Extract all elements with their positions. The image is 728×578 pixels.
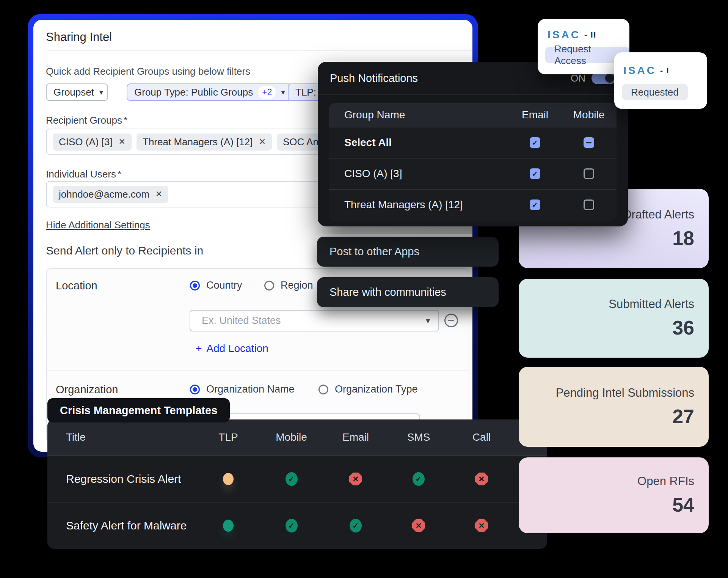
stat-card-open-rfis[interactable]: Open RFIs 54 [519, 457, 709, 533]
country-select[interactable]: Ex. United States ▾ [190, 310, 439, 331]
radio-organization-type[interactable]: Organization Type [318, 383, 418, 395]
groupset-filter[interactable]: Groupset ▾ [46, 83, 108, 101]
sms-status-icon [412, 519, 425, 532]
stat-label: Submitted Alerts [609, 297, 694, 311]
screen: Sharing Intel Quick add Recipient Groups… [0, 0, 728, 578]
stat-label: Open RFIs [637, 474, 694, 488]
group-type-filter-label: Group Type: Public Groups [134, 86, 253, 98]
radio-organization-name-label: Organization Name [206, 383, 295, 395]
tlp-dot [223, 520, 234, 532]
radio-organization-type-label: Organization Type [335, 383, 418, 395]
push-row-threat-managers[interactable]: Threat Managers (A) [12] [329, 189, 617, 220]
chevron-down-icon: ▾ [99, 88, 103, 97]
isac-logo: ISAC [623, 64, 656, 77]
col-mobile: Mobile [257, 431, 326, 443]
section-divider [47, 370, 469, 371]
push-groups-table: Group Name Email Mobile Select All CISO … [329, 103, 617, 221]
col-sms: SMS [385, 431, 452, 443]
push-notifications-panel: Push Notifications ON Group Name Email M… [318, 62, 628, 226]
mobile-checkbox[interactable] [584, 168, 594, 179]
col-email: Email [508, 109, 562, 121]
organization-label: Organization [56, 383, 118, 396]
post-to-other-apps-button[interactable]: Post to other Apps [317, 237, 499, 267]
call-status-icon [475, 519, 488, 532]
email-checkbox[interactable] [530, 199, 540, 210]
col-title: Title [47, 431, 200, 443]
mobile-checkbox[interactable] [584, 199, 594, 210]
individual-users-label: Individual Users* [46, 168, 121, 180]
hide-additional-settings-link[interactable]: Hide Additional Settings [46, 219, 150, 231]
email-status-icon [350, 519, 362, 532]
mobile-status-icon [286, 519, 298, 532]
radio-icon[interactable] [190, 385, 200, 394]
radio-icon[interactable] [318, 385, 328, 394]
location-label: Location [56, 280, 97, 292]
required-mark: * [124, 115, 127, 126]
isac-logo: ISAC [548, 29, 581, 41]
add-location-link[interactable]: + Add Location [196, 342, 268, 355]
page-title: Sharing Intel [46, 30, 112, 44]
group-type-filter[interactable]: Group Type: Public Groups +2 ▾ [127, 83, 292, 101]
table-row[interactable]: Safety Alert for Malware [47, 502, 547, 548]
recipient-groups-label: Recipient Groups* [46, 115, 127, 126]
send-alert-heading: Send Alert only to Recipients in [46, 244, 203, 257]
radio-country[interactable]: Country [190, 280, 242, 291]
stat-value: 27 [672, 405, 694, 428]
stat-label: Pending Intel Submissions [556, 386, 694, 400]
template-title: Safety Alert for Malware [47, 519, 200, 532]
sms-status-icon [413, 472, 425, 486]
crisis-templates-title: Crisis Management Templates [47, 398, 230, 423]
template-title: Regression Crisis Alert [47, 473, 200, 485]
table-row[interactable]: Regression Crisis Alert [47, 455, 547, 502]
panel-bottom-strip [315, 226, 472, 234]
requested-button[interactable]: Requested [622, 84, 688, 100]
user-chip: johndoe@acme.com ✕ [53, 186, 168, 203]
radio-icon[interactable] [264, 281, 274, 291]
stat-value: 54 [672, 493, 694, 516]
crisis-table-header: Title TLP Mobile Email SMS Call [47, 419, 547, 455]
push-row-ciso[interactable]: CISO (A) [3] [329, 158, 617, 189]
isac-i-card: ISAC - I Requested [614, 52, 707, 109]
radio-icon[interactable] [190, 281, 200, 291]
mobile-status-icon [286, 472, 298, 486]
recipient-chip: CISO (A) [3] ✕ [53, 134, 132, 151]
stat-card-pending-intel[interactable]: Pending Intel Submissions 27 [519, 367, 709, 447]
isac-suffix: - II [584, 30, 597, 39]
email-status-icon [349, 473, 362, 485]
group-type-count-badge: +2 [258, 86, 276, 99]
col-mobile: Mobile [562, 109, 616, 121]
email-checkbox[interactable] [530, 137, 540, 148]
plus-icon: + [196, 342, 202, 355]
tlp-dot [223, 473, 234, 485]
radio-organization-name[interactable]: Organization Name [190, 383, 295, 395]
remove-chip-icon[interactable]: ✕ [155, 189, 162, 199]
push-table-header: Group Name Email Mobile [329, 103, 617, 127]
isac-suffix: - I [660, 66, 670, 75]
remove-chip-icon[interactable]: ✕ [119, 137, 126, 147]
call-status-icon [475, 473, 488, 485]
stat-value: 18 [672, 227, 694, 250]
remove-location-button[interactable] [444, 314, 458, 327]
col-group-name: Group Name [329, 109, 508, 121]
groupset-filter-label: Groupset [53, 86, 94, 98]
crisis-templates-table: Title TLP Mobile Email SMS Call Regressi… [47, 419, 547, 549]
remove-chip-icon[interactable]: ✕ [259, 137, 265, 147]
push-panel-title: Push Notifications [330, 72, 418, 85]
share-with-communities-button[interactable]: Share with communities [317, 277, 499, 307]
radio-region-label: Region [281, 280, 313, 291]
title-divider [46, 50, 472, 51]
mobile-checkbox[interactable] [584, 137, 594, 148]
chevron-down-icon: ▾ [281, 88, 285, 97]
country-select-placeholder: Ex. United States [202, 315, 281, 327]
recipient-chip: Threat Managers (A) [12] ✕ [136, 134, 272, 151]
email-checkbox[interactable] [530, 168, 540, 179]
stat-label: Drafted Alerts [623, 208, 694, 221]
quick-add-label: Quick add Recipient Groups using below f… [46, 66, 250, 77]
radio-region[interactable]: Region [264, 280, 313, 291]
required-mark: * [118, 168, 121, 180]
push-row-select-all[interactable]: Select All [329, 127, 617, 158]
col-email: Email [326, 431, 385, 443]
stat-card-submitted-alerts[interactable]: Submitted Alerts 36 [519, 279, 709, 358]
col-call: Call [452, 431, 511, 443]
radio-country-label: Country [206, 280, 242, 291]
